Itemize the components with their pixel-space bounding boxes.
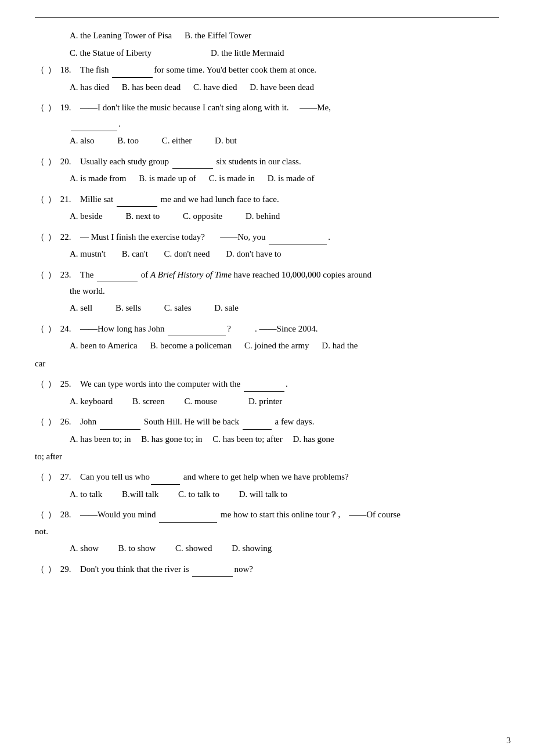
q24-opt-d: D. had the [322, 339, 358, 354]
q19-paren: （ [35, 100, 45, 116]
q23-text: The of A Brief History of Time have reac… [80, 268, 499, 283]
q24-continuation: car [35, 356, 499, 371]
q27-blank [151, 476, 180, 485]
q20-paren: （ [35, 154, 45, 170]
q28-row: （ ） 28. ——Would you mind me how to start… [35, 507, 499, 523]
q18-num: 18. [58, 63, 80, 78]
page: A. the Leaning Tower of Pisa B. the Eiff… [0, 0, 534, 756]
q24-paren2: ） [46, 322, 57, 337]
q20-opt-c: C. is made in [209, 171, 255, 186]
q22-opt-a: A. mustn't [70, 247, 106, 262]
q17-option-c: C. the Statue of Liberty [70, 46, 151, 61]
q29-blank [192, 568, 233, 577]
q19-num: 19. [58, 100, 80, 116]
q24-options: A. been to America B. become a policeman… [70, 339, 499, 354]
q24-paren: （ [35, 322, 45, 337]
q28-text: ——Would you mind me how to start this on… [80, 507, 499, 523]
q23-continuation: the world. [70, 283, 499, 298]
q22-num: 22. [58, 230, 80, 245]
q19-opt-a: A. also [70, 134, 95, 149]
top-divider [35, 17, 499, 18]
q24-block: （ ） 24. ——How long has John ? . ——Since … [35, 322, 499, 371]
q21-opt-a: A. beside [70, 209, 103, 224]
q25-opt-a: A. keyboard [70, 394, 113, 409]
q21-num: 21. [58, 192, 80, 207]
q22-options: A. mustn't B. can't C. don't need D. don… [70, 247, 499, 262]
q19-text: ——I don't like the music because I can't… [80, 100, 499, 116]
q25-paren: （ [35, 377, 45, 392]
q18-opt-b: B. has been dead [122, 80, 181, 95]
q19-opt-c: C. either [162, 134, 192, 149]
q25-block: （ ） 25. We can type words into the compu… [35, 377, 499, 409]
q18-paren2: ） [46, 63, 57, 78]
q27-block: （ ） 27. Can you tell us who and where to… [35, 470, 499, 502]
q27-opt-d: D. will talk to [239, 487, 287, 502]
q26-opt-c: C. has been to; after [212, 432, 282, 447]
q21-text: Millie sat me and we had lunch face to f… [80, 192, 499, 207]
q22-blank [269, 236, 327, 244]
q17-option-a: A. the Leaning Tower of Pisa [70, 28, 172, 44]
q29-paren2: ） [46, 562, 57, 577]
q26-opt-a: A. has been to; in [70, 432, 131, 447]
q28-paren: （ [35, 507, 45, 523]
q19-continuation: . [70, 117, 499, 132]
q20-text: Usually each study group six students in… [80, 154, 499, 170]
q22-text: — Must I finish the exercise today? ——No… [80, 230, 499, 245]
q24-opt-b: B. become a policeman [150, 339, 232, 354]
q18-text: The fish for some time. You'd better coo… [80, 63, 499, 78]
q27-opt-a: A. to talk [70, 487, 102, 502]
q19-paren2: ） [46, 100, 57, 116]
q25-options: A. keyboard B. screen C. mouse D. printe… [70, 394, 499, 409]
q21-blank [117, 198, 157, 207]
q20-opt-d: D. is made of [268, 171, 315, 186]
q20-paren2: ） [46, 154, 57, 170]
q21-opt-d: D. behind [246, 209, 280, 224]
q26-num: 26. [58, 415, 80, 430]
q19-row: （ ） 19. ——I don't like the music because… [35, 100, 499, 116]
q18-opt-d: D. have been dead [250, 80, 314, 95]
q23-opt-c: C. sales [164, 301, 192, 316]
q23-block: （ ） 23. The of A Brief History of Time h… [35, 268, 499, 316]
q26-opt-b: B. has gone to; in [141, 432, 202, 447]
q20-options: A. is made from B. is made up of C. is m… [70, 171, 499, 186]
q23-paren2: ） [46, 268, 57, 283]
q25-num: 25. [58, 377, 80, 392]
q21-opt-c: C. opposite [183, 209, 222, 224]
q21-block: （ ） 21. Millie sat me and we had lunch f… [35, 192, 499, 224]
q26-text: John South Hill. He will be back a few d… [80, 415, 499, 430]
q25-opt-b: B. screen [132, 394, 165, 409]
q18-blank [112, 69, 153, 78]
q23-num: 23. [58, 268, 80, 283]
q22-paren: （ [35, 230, 45, 245]
q26-paren2: ） [46, 415, 57, 430]
q27-opt-c: C. to talk to [178, 487, 219, 502]
q26-opt-d: D. has gone [293, 432, 334, 447]
q22-block: （ ） 22. — Must I finish the exercise tod… [35, 230, 499, 262]
q27-num: 27. [58, 470, 80, 485]
q18-paren: （ [35, 63, 45, 78]
q17-option-d: D. the little Mermaid [211, 46, 284, 61]
q20-block: （ ） 20. Usually each study group six stu… [35, 154, 499, 186]
q17-options-row2: C. the Statue of Liberty D. the little M… [70, 46, 499, 61]
q26-blank2 [243, 421, 272, 430]
q24-blank [168, 327, 226, 336]
q28-opt-d: D. showing [232, 541, 272, 556]
q28-paren2: ） [46, 507, 57, 523]
q19-block: （ ） 19. ——I don't like the music because… [35, 100, 499, 149]
q27-row: （ ） 27. Can you tell us who and where to… [35, 470, 499, 485]
q24-opt-c: C. joined the army [244, 339, 309, 354]
q20-opt-a: A. is made from [70, 171, 126, 186]
q25-blank [244, 383, 284, 392]
q21-paren2: ） [46, 192, 57, 207]
q26-blank1 [100, 421, 140, 430]
q28-continuation: not. [35, 524, 499, 539]
q28-block: （ ） 28. ——Would you mind me how to start… [35, 507, 499, 556]
q23-row: （ ） 23. The of A Brief History of Time h… [35, 268, 499, 283]
q25-opt-c: C. mouse [184, 394, 217, 409]
page-number: 3 [507, 736, 511, 746]
q26-block: （ ） 26. John South Hill. He will be back… [35, 415, 499, 464]
q26-paren: （ [35, 415, 45, 430]
q21-opt-b: B. next to [125, 209, 160, 224]
q29-paren: （ [35, 562, 45, 577]
q20-opt-b: B. is made up of [139, 171, 196, 186]
